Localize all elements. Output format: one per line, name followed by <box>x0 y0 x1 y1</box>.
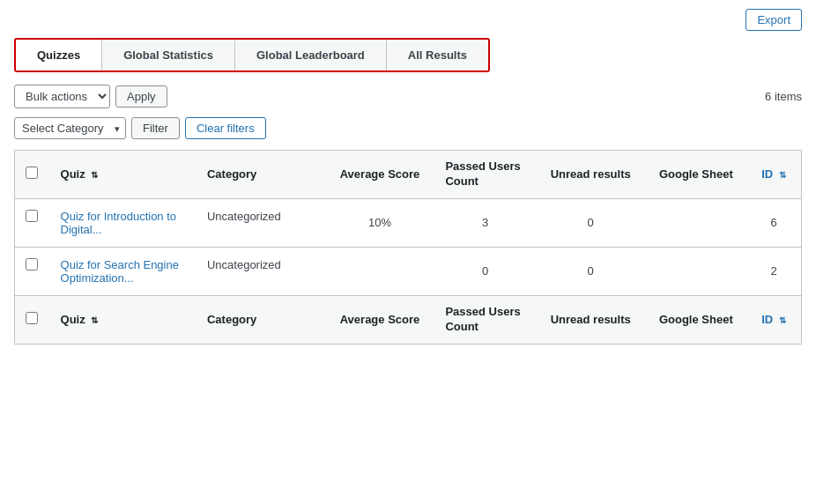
export-button[interactable]: Export <box>746 9 802 31</box>
tfoot-checkbox-cell <box>15 295 50 344</box>
id-sort-link[interactable]: ID ⇅ <box>761 167 786 181</box>
tfoot-th-unread: Unread results <box>536 295 646 344</box>
row2-category: Uncategorized <box>197 247 325 295</box>
row1-category: Uncategorized <box>197 198 325 247</box>
row1-google-sheet <box>646 198 746 247</box>
tfoot-th-avg-score: Average Score <box>325 295 435 344</box>
th-google-sheet: Google Sheet <box>646 151 746 199</box>
th-id: ID ⇅ <box>746 151 801 199</box>
th-quiz: Quiz ⇅ <box>50 151 197 199</box>
select-all-checkbox[interactable] <box>26 167 38 179</box>
row1-quiz-name: Quiz for Introduction to Digital... <box>50 198 197 247</box>
apply-button[interactable]: Apply <box>115 85 167 107</box>
category-select-wrapper: Select Category <box>14 117 126 139</box>
th-category: Category <box>197 151 325 199</box>
category-select[interactable]: Select Category <box>14 117 126 139</box>
tfoot-quiz-sort-icon[interactable]: ⇅ <box>91 315 98 325</box>
th-avg-score: Average Score <box>325 151 435 199</box>
row2-id: 2 <box>746 247 801 295</box>
clear-filters-button[interactable]: Clear filters <box>185 117 266 139</box>
row2-unread: 0 <box>536 247 646 295</box>
row1-quiz-link[interactable]: Quiz for Introduction to Digital... <box>61 210 177 236</box>
row1-checkbox-cell <box>15 198 50 247</box>
tab-global-leaderboard[interactable]: Global Leaderboard <box>235 40 387 70</box>
tfoot-th-id: ID ⇅ <box>746 295 801 344</box>
tfoot-id-sort-link[interactable]: ID ⇅ <box>761 313 786 326</box>
th-passed-users: Passed Users Count <box>434 151 535 199</box>
row1-id: 6 <box>746 198 801 247</box>
tab-all-results[interactable]: All Results <box>387 40 488 70</box>
filter-button[interactable]: Filter <box>131 117 180 139</box>
row2-quiz-link[interactable]: Quiz for Search Engine Optimization... <box>61 258 179 285</box>
tab-quizzes[interactable]: Quizzes <box>16 40 102 70</box>
th-checkbox <box>15 151 50 199</box>
row1-unread: 0 <box>536 198 646 247</box>
tab-global-statistics[interactable]: Global Statistics <box>102 40 235 70</box>
row2-passed-users: 0 <box>434 247 535 295</box>
row2-checkbox-cell <box>15 247 50 295</box>
quiz-table: Quiz ⇅ Category Average Score Passed Use… <box>14 150 802 345</box>
tfoot-select-all-checkbox[interactable] <box>26 312 38 324</box>
tfoot-th-passed-users: Passed Users Count <box>434 295 535 344</box>
quiz-sort-icon[interactable]: ⇅ <box>91 170 98 180</box>
table-row: Quiz for Introduction to Digital... Unca… <box>15 198 802 247</box>
tfoot-th-category: Category <box>197 295 325 344</box>
id-sort-icon: ⇅ <box>779 170 786 180</box>
items-count: 6 items <box>765 90 802 103</box>
bulk-actions-left: Bulk actions Apply <box>14 85 167 108</box>
row2-google-sheet <box>646 247 746 295</box>
tfoot-id-sort-icon: ⇅ <box>779 315 786 325</box>
tfoot-th-google-sheet: Google Sheet <box>646 295 746 344</box>
row2-checkbox[interactable] <box>26 258 38 271</box>
filter-row: Select Category Filter Clear filters <box>14 117 802 139</box>
row1-checkbox[interactable] <box>26 210 38 222</box>
tabs-wrapper: Quizzes Global Statistics Global Leaderb… <box>14 38 802 85</box>
table-row: Quiz for Search Engine Optimization... U… <box>15 247 802 295</box>
row2-avg-score <box>325 247 435 295</box>
tab-group: Quizzes Global Statistics Global Leaderb… <box>14 38 490 72</box>
tfoot-th-quiz: Quiz ⇅ <box>50 295 197 344</box>
row1-passed-users: 3 <box>434 198 535 247</box>
bulk-actions-row: Bulk actions Apply 6 items <box>14 85 802 108</box>
row2-quiz-name: Quiz for Search Engine Optimization... <box>50 247 197 295</box>
th-unread: Unread results <box>536 151 646 199</box>
row1-avg-score: 10% <box>325 198 435 247</box>
bulk-actions-select[interactable]: Bulk actions <box>14 85 110 108</box>
